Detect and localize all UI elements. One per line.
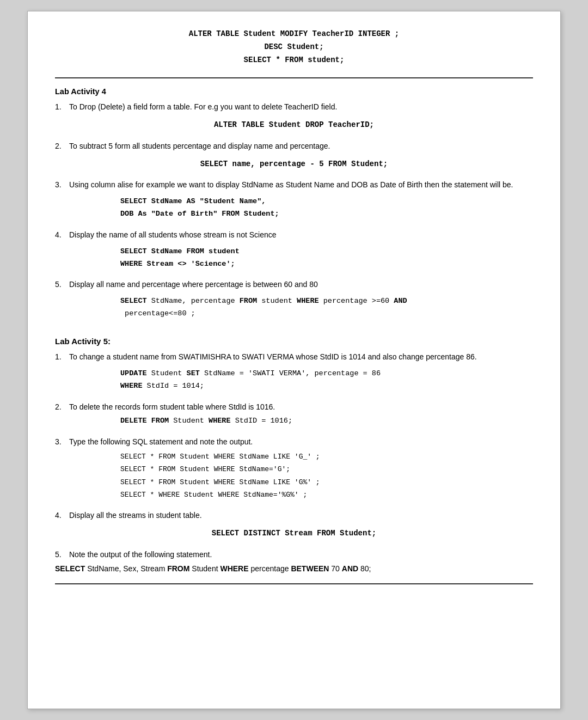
lab5-item-3-code-line1: SELECT * FROM Student WHERE StdName LIKE… (120, 450, 533, 463)
lab4-item-2: 2. To subtract 5 form all students perce… (55, 141, 533, 170)
lab5-item-3-code-line2: SELECT * FROM Student WHERE StdName='G'; (120, 463, 533, 475)
lab4-item-5-num: 5. (55, 279, 67, 291)
lab4-item-1-line: 1. To Drop (Delete) a field form a table… (55, 101, 533, 113)
lab5-item-2-text: To delete the records form student table… (69, 401, 275, 413)
lab5-item-1: 1. To change a student name from SWATIMI… (55, 351, 533, 393)
lab5-item-5-code: SELECT StdName, Sex, Stream FROM Student… (55, 563, 533, 575)
lab4-item-4-num: 4. (55, 229, 67, 241)
lab4-item-2-num: 2. (55, 141, 67, 152)
lab4-item-2-code: SELECT name, percentage - 5 FROM Student… (55, 158, 533, 171)
lab4-item-5-code-kw3: WHERE (297, 297, 319, 305)
lab4-item-3-text: Using column alise for example we want t… (69, 179, 513, 191)
lab5-item-2: 2. To delete the records form student ta… (55, 401, 533, 428)
lab5-item-1-line: 1. To change a student name from SWATIMI… (55, 351, 533, 363)
lab4-item-4: 4. Display the name of all students whos… (55, 229, 533, 271)
lab5-item-3-code-line3: SELECT * FROM Student WHERE StdName LIKE… (120, 476, 533, 489)
lab5-section: Lab Activity 5: 1. To change a student n… (55, 337, 533, 575)
lab4-item-5-code-text3: percentage >=60 (323, 297, 394, 305)
lab4-item-5-code: SELECT StdName, percentage FROM student … (120, 295, 533, 320)
lab5-item-4: 4. Display all the streams in student ta… (55, 510, 533, 540)
lab5-item-4-code: SELECT DISTINCT Stream FROM Student; (55, 527, 533, 540)
lab4-item-4-text: Display the name of all students whose s… (69, 229, 277, 241)
lab4-item-5-code-kw1: SELECT (120, 297, 147, 305)
lab4-item-3: 3. Using column alise for example we wan… (55, 179, 533, 221)
lab4-item-5-code-kw4: AND (394, 297, 407, 305)
lab4-item-3-line: 3. Using column alise for example we wan… (55, 179, 533, 191)
top-code-line-1: ALTER TABLE Student MODIFY TeacherID INT… (55, 28, 533, 41)
lab4-item-3-code-line2: DOB As "Date of Birth" FROM Student; (120, 208, 533, 221)
lab5-item-3-code: SELECT * FROM Student WHERE StdName LIKE… (120, 450, 533, 502)
bottom-divider (55, 583, 533, 584)
lab4-item-5-code-text2: student (261, 297, 297, 305)
lab4-item-1: 1. To Drop (Delete) a field form a table… (55, 101, 533, 131)
page: ALTER TABLE Student MODIFY TeacherID INT… (27, 11, 561, 709)
lab4-item-5-line: 5. Display all name and percentage where… (55, 279, 533, 291)
lab4-title: Lab Activity 4 (55, 87, 533, 96)
lab4-item-5: 5. Display all name and percentage where… (55, 279, 533, 320)
lab4-item-5-text: Display all name and percentage where pe… (69, 279, 318, 291)
lab4-item-1-text: To Drop (Delete) a field form a table. F… (69, 101, 337, 113)
lab5-item-2-num: 2. (55, 401, 67, 413)
lab5-item-5-text: Note the output of the following stateme… (69, 549, 212, 561)
top-code-line-2: DESC Student; (55, 41, 533, 54)
lab4-item-4-code-line1: SELECT StdName FROM student (120, 246, 533, 258)
lab4-item-4-code-line2: WHERE Stream <> 'Science'; (120, 258, 533, 271)
lab5-item-5-num: 5. (55, 549, 67, 561)
lab4-item-5-code-text4: percentage<=80 ; (120, 309, 195, 318)
lab4-item-3-code-line1: SELECT StdName AS "Student Name", (120, 196, 533, 208)
lab5-item-4-text: Display all the streams in student table… (69, 510, 202, 522)
lab5-item-5: 5. Note the output of the following stat… (55, 549, 533, 575)
lab5-item-1-num: 1. (55, 351, 67, 363)
lab5-item-3: 3. Type the following SQL statement and … (55, 436, 533, 501)
lab5-item-3-num: 3. (55, 436, 67, 448)
lab4-item-5-code-text1: StdName, percentage (151, 297, 240, 305)
lab5-item-1-text: To change a student name from SWATIMISHR… (69, 351, 477, 363)
lab5-item-1-code: UPDATE Student SET StdName = 'SWATI VERM… (120, 368, 533, 393)
lab4-item-3-code: SELECT StdName AS "Student Name", DOB As… (120, 196, 533, 221)
lab4-item-2-line: 2. To subtract 5 form all students perce… (55, 141, 533, 152)
lab4-item-5-code-kw2: FROM (240, 297, 257, 305)
lab4-item-3-num: 3. (55, 179, 67, 191)
lab5-item-2-line: 2. To delete the records form student ta… (55, 401, 533, 413)
lab5-title: Lab Activity 5: (55, 337, 533, 346)
lab4-item-4-line: 4. Display the name of all students whos… (55, 229, 533, 241)
lab4-item-4-code: SELECT StdName FROM student WHERE Stream… (120, 246, 533, 271)
top-code-line-3: SELECT * FROM student; (55, 54, 533, 67)
lab4-item-2-text: To subtract 5 form all students percenta… (69, 141, 330, 152)
lab4-item-1-code: ALTER TABLE Student DROP TeacherID; (55, 119, 533, 132)
divider-1 (55, 77, 533, 78)
lab5-item-2-code: DELETE FROM Student WHERE StdID = 1016; (120, 415, 533, 428)
lab5-item-4-line: 4. Display all the streams in student ta… (55, 510, 533, 522)
lab5-item-3-line: 3. Type the following SQL statement and … (55, 436, 533, 448)
top-code-block: ALTER TABLE Student MODIFY TeacherID INT… (55, 28, 533, 66)
lab4-item-1-num: 1. (55, 101, 67, 113)
lab5-item-5-line: 5. Note the output of the following stat… (55, 549, 533, 561)
lab5-item-3-code-line4: SELECT * WHERE Student WHERE StdName='%G… (120, 489, 533, 501)
lab5-item-3-text: Type the following SQL statement and not… (69, 436, 253, 448)
lab5-item-4-num: 4. (55, 510, 67, 522)
